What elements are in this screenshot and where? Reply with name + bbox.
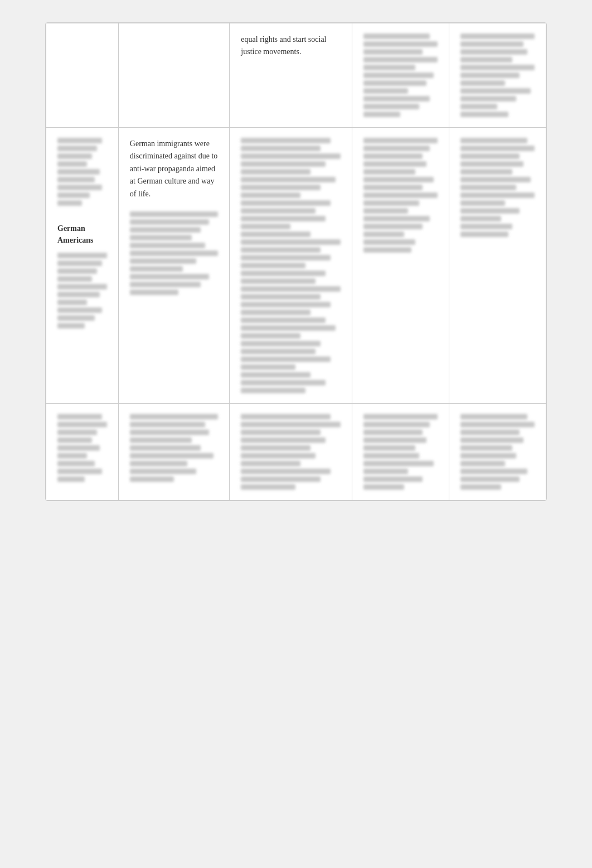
german-americans-label: German Americans — [57, 224, 94, 244]
blurred-content — [363, 33, 438, 117]
cell-r1-c2 — [118, 23, 229, 128]
cell-r1-c1 — [46, 23, 119, 128]
cell-r2-c1: German Americans — [46, 128, 119, 404]
cell-r2-c2: German immigrants were discriminated aga… — [118, 128, 229, 404]
blurred-content — [57, 253, 107, 329]
blurred-content — [57, 414, 107, 482]
blurred-content — [460, 33, 535, 117]
blurred-content — [241, 138, 340, 393]
cell-r1-c5 — [449, 23, 546, 128]
cell-r1-c4 — [352, 23, 449, 128]
cell-r3-c4 — [352, 404, 449, 500]
german-immigrants-text: German immigrants were discriminated aga… — [130, 138, 218, 200]
cell-r3-c2 — [118, 404, 229, 500]
cell-r1-c3: equal rights and start social justice mo… — [230, 23, 352, 128]
table-row — [46, 404, 546, 500]
table-row: equal rights and start social justice mo… — [46, 23, 546, 128]
cell-r3-c5 — [449, 404, 546, 500]
page-container: equal rights and start social justice mo… — [45, 22, 547, 501]
blurred-content — [460, 414, 535, 490]
top-text: equal rights and start social justice mo… — [241, 35, 326, 56]
blurred-content — [57, 138, 107, 206]
cell-r2-c4 — [352, 128, 449, 404]
blurred-content — [460, 138, 535, 237]
cell-r3-c3 — [230, 404, 352, 500]
blurred-content — [130, 211, 218, 295]
blurred-content — [130, 414, 218, 482]
blurred-content — [363, 138, 438, 253]
main-table: equal rights and start social justice mo… — [46, 23, 546, 500]
blurred-content — [363, 414, 438, 490]
cell-r3-c1 — [46, 404, 119, 500]
table-row: German Americans — [46, 128, 546, 404]
blurred-content — [241, 414, 340, 490]
cell-r2-c3 — [230, 128, 352, 404]
cell-r2-c5 — [449, 128, 546, 404]
